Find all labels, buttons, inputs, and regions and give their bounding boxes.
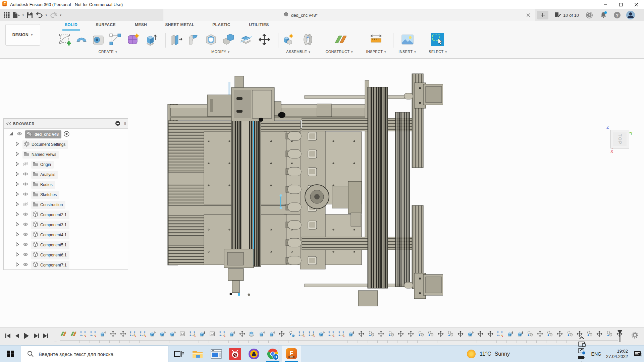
action-center-icon[interactable] bbox=[634, 350, 642, 358]
start-button[interactable] bbox=[0, 346, 21, 362]
redo-icon[interactable]: ▼ bbox=[50, 12, 62, 18]
timeline-feature-joint[interactable] bbox=[447, 330, 454, 338]
timeline-feature-sketch[interactable] bbox=[129, 330, 137, 338]
timeline-feature-sketch[interactable] bbox=[298, 330, 305, 338]
timeline-feature-move[interactable] bbox=[457, 330, 464, 338]
construction-plane-button[interactable] bbox=[333, 32, 348, 47]
fillet-button[interactable] bbox=[186, 32, 201, 47]
timeline-feature-extrude[interactable] bbox=[159, 330, 166, 338]
timeline-feature-move[interactable] bbox=[397, 330, 405, 338]
timeline-feature-shell[interactable] bbox=[179, 330, 186, 338]
undo-icon[interactable]: ▼ bbox=[35, 12, 48, 18]
app-launcher-icon[interactable] bbox=[3, 12, 10, 18]
expand-icon[interactable] bbox=[14, 151, 20, 158]
eye-icon[interactable] bbox=[22, 252, 29, 258]
timeline-feature-joint[interactable] bbox=[566, 330, 574, 338]
timeline-feature-sketch[interactable] bbox=[328, 330, 335, 338]
timeline-feature-plane[interactable] bbox=[70, 330, 77, 338]
language-indicator[interactable]: ENG bbox=[591, 351, 601, 357]
timeline-feature-move[interactable] bbox=[536, 330, 544, 338]
timeline-feature-move[interactable] bbox=[278, 330, 285, 338]
browser-item-component7-1[interactable]: Component7:1 bbox=[4, 260, 128, 270]
timeline-feature-extrude[interactable] bbox=[268, 330, 276, 338]
document-tab[interactable] bbox=[163, 9, 535, 21]
timeline-feature-combine[interactable] bbox=[248, 330, 256, 338]
taskbar-app-task-view[interactable] bbox=[169, 346, 188, 362]
timeline-track[interactable] bbox=[60, 340, 618, 343]
clock-widget[interactable]: 19:02 27.04.2022 bbox=[606, 349, 628, 359]
timeline-feature-sketch[interactable] bbox=[189, 330, 196, 338]
expand-icon[interactable] bbox=[14, 242, 20, 248]
timeline-feature-extrude[interactable] bbox=[467, 330, 474, 338]
timeline-feature-extrude[interactable] bbox=[506, 330, 514, 338]
expand-icon[interactable] bbox=[14, 141, 20, 148]
timeline-feature-sketch[interactable] bbox=[90, 330, 97, 338]
eye-icon[interactable] bbox=[16, 131, 22, 138]
volume-icon[interactable] bbox=[578, 360, 586, 362]
timeline-feature-move[interactable] bbox=[487, 330, 494, 338]
timeline-feature-extrude[interactable] bbox=[258, 330, 266, 338]
select-button[interactable] bbox=[430, 32, 445, 47]
timeline-feature-move[interactable] bbox=[596, 330, 603, 338]
timeline-feature-move[interactable] bbox=[407, 330, 415, 338]
browser-item-component3-1[interactable]: Component3:1 bbox=[4, 220, 128, 230]
view-cube[interactable]: Z Y X TOP bbox=[608, 126, 632, 155]
expand-icon[interactable] bbox=[14, 262, 20, 268]
timeline-feature-move[interactable] bbox=[109, 330, 117, 338]
browser-root-node[interactable]: ded_cnc v48 bbox=[4, 129, 128, 139]
maximize-button[interactable] bbox=[613, 0, 629, 9]
eye-icon[interactable] bbox=[22, 191, 29, 198]
close-tab-icon[interactable] bbox=[524, 11, 532, 19]
save-icon[interactable] bbox=[26, 12, 33, 18]
ribbon-tab-utilities[interactable]: UTILITIES bbox=[249, 22, 269, 27]
expand-icon[interactable] bbox=[14, 232, 20, 238]
taskbar-search-input[interactable]: Введите здесь текст для поиска bbox=[21, 346, 168, 362]
ribbon-tab-plastic[interactable]: PLASTIC bbox=[212, 22, 230, 27]
timeline-feature-move[interactable] bbox=[477, 330, 484, 338]
expand-icon[interactable] bbox=[14, 191, 20, 198]
timeline-feature-sketch[interactable] bbox=[139, 330, 147, 338]
eye-icon[interactable] bbox=[22, 181, 29, 188]
extrude-button[interactable] bbox=[144, 32, 158, 47]
timeline-feature-extrude[interactable] bbox=[228, 330, 236, 338]
browser-item-origin[interactable]: Origin bbox=[4, 160, 128, 170]
group-label-modify[interactable]: MODIFY ▼ bbox=[211, 50, 230, 54]
document-tab-label[interactable]: ded_cnc v48* bbox=[283, 9, 318, 21]
timeline-feature-move[interactable] bbox=[556, 330, 564, 338]
taskbar-app-app-window[interactable] bbox=[207, 346, 226, 362]
timeline-feature-sketch[interactable] bbox=[308, 330, 315, 338]
collapse-all-icon[interactable] bbox=[115, 121, 120, 127]
group-label-select[interactable]: SELECT ▼ bbox=[429, 50, 447, 54]
activate-component-icon[interactable] bbox=[63, 131, 70, 138]
cnc-model-3d-view[interactable] bbox=[164, 72, 443, 307]
eye-icon[interactable] bbox=[22, 222, 29, 228]
group-label-insert[interactable]: INSERT ▼ bbox=[398, 50, 416, 54]
pattern-button[interactable] bbox=[108, 32, 123, 47]
create-form-button[interactable] bbox=[126, 32, 141, 47]
new-tab-button[interactable] bbox=[537, 11, 548, 19]
timeline-feature-move[interactable] bbox=[358, 330, 365, 338]
expand-icon[interactable] bbox=[14, 171, 20, 178]
expand-icon[interactable] bbox=[8, 131, 14, 138]
step-back-button[interactable] bbox=[13, 332, 21, 340]
viewport-3d[interactable]: Z Y X TOP BROWSER ‖ ded_cnc v48Document … bbox=[0, 59, 644, 327]
expand-icon[interactable] bbox=[14, 181, 20, 188]
eye-icon[interactable] bbox=[22, 212, 29, 218]
joint-button[interactable] bbox=[301, 32, 315, 47]
timeline-feature-sketch[interactable] bbox=[338, 330, 345, 338]
ribbon-tab-mesh[interactable]: MESH bbox=[135, 22, 147, 27]
combine-button[interactable] bbox=[221, 32, 236, 47]
group-label-inspect[interactable]: INSPECT ▼ bbox=[366, 50, 386, 54]
help-icon[interactable]: ? bbox=[613, 9, 621, 21]
browser-panel-header[interactable]: BROWSER ‖ bbox=[4, 119, 128, 129]
ribbon-tab-solid[interactable]: SOLID bbox=[65, 22, 77, 27]
timeline-feature-extrude[interactable] bbox=[318, 330, 325, 338]
expand-icon[interactable] bbox=[14, 252, 20, 258]
browser-item-component2-1[interactable]: Component2:1 bbox=[4, 210, 128, 220]
browser-item-construction[interactable]: Construction bbox=[4, 200, 128, 210]
minimize-button[interactable] bbox=[598, 0, 613, 9]
timeline-feature-extrude[interactable] bbox=[517, 330, 524, 338]
ribbon-tab-surface[interactable]: SURFACE bbox=[96, 22, 115, 27]
timeline-feature-move[interactable] bbox=[119, 330, 127, 338]
timeline-feature-sketch[interactable] bbox=[496, 330, 504, 338]
